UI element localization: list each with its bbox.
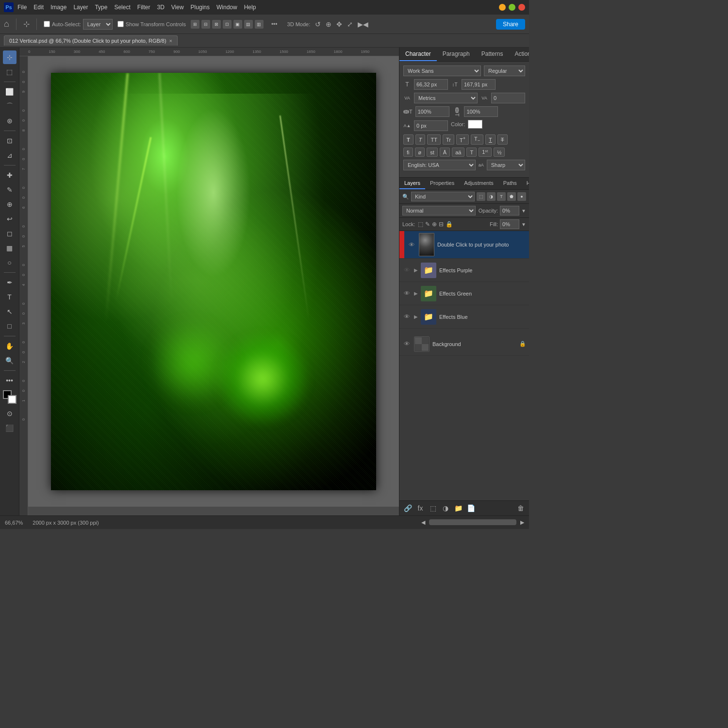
layer-mask-icon[interactable]: ⬚ [428,503,438,513]
layer-item-photo[interactable]: 👁 Double Click to put your photo [399,231,529,259]
type-super-btn[interactable]: T+ [456,134,469,145]
layer-vis-blue[interactable]: 👁 [402,313,411,321]
ordinal-btn[interactable]: 1ˢᵗ [479,148,492,157]
tab-character[interactable]: Character [399,48,437,61]
shape-tool[interactable]: □ [3,319,17,333]
lock-image-icon[interactable]: ✎ [425,221,430,228]
menu-type[interactable]: Type [95,4,107,11]
align-right-icon[interactable]: ⊠ [212,20,221,29]
layer-style-icon[interactable]: fx [415,503,426,513]
font-style-select[interactable]: Regular [484,66,525,76]
close-button[interactable] [518,4,525,11]
lock-position-icon[interactable]: ⊕ [432,221,437,228]
lock-transparent-icon[interactable]: ⬚ [418,221,423,228]
layer-vis-green[interactable]: 👁 [402,289,411,298]
text-color-swatch[interactable] [468,120,482,129]
quick-mask-tool[interactable]: ⊙ [3,407,17,420]
type-bold-btn[interactable]: T [403,134,414,145]
gradient-tool[interactable]: ▦ [3,241,17,255]
menu-select[interactable]: Select [114,4,130,11]
lasso-tool[interactable]: ⌒ [3,99,17,113]
menu-help[interactable]: Help [244,4,256,11]
eraser-tool[interactable]: ◻ [3,227,17,240]
tab-adjustments[interactable]: Adjustments [459,178,498,189]
opacity-input[interactable] [500,206,519,215]
tab-paragraph[interactable]: Paragraph [437,48,476,61]
scroll-left-icon[interactable]: ◀ [421,519,425,526]
align-left-icon[interactable]: ⊞ [191,20,199,29]
layer-item-effects-purple[interactable]: 👁 ▶ 📁 Effects Purple [399,259,529,282]
fill-input[interactable] [500,219,519,229]
layer-vis-photo[interactable]: 👁 [407,240,416,249]
layer-expand-purple[interactable]: ▶ [414,267,418,273]
crop-tool[interactable]: ⊡ [3,134,17,148]
font-size-input[interactable] [414,79,448,90]
tab-actions[interactable]: Actions [509,48,529,61]
more-options-icon[interactable]: ••• [271,21,278,28]
tab-history[interactable]: History [522,178,529,189]
menu-filter[interactable]: Filter [137,4,150,11]
layer-vis-bg[interactable]: 👁 [402,340,411,348]
align-top-icon[interactable]: ⊡ [223,20,232,29]
autoselect-select[interactable]: Layer Group [83,19,113,30]
artboard-tool[interactable]: ⬚ [3,65,17,79]
menu-3d[interactable]: 3D [157,4,164,11]
brush-tool[interactable]: ✎ [3,183,17,197]
antialias-select[interactable]: Sharp [487,160,525,170]
distribute-icon[interactable]: ▥ [255,20,264,29]
link-layers-icon[interactable]: 🔗 [402,503,413,513]
lock-all-icon[interactable]: 🔒 [446,221,453,228]
hscale-input[interactable] [464,106,498,117]
hand-tool[interactable]: ✋ [3,339,17,353]
opacity-arrow[interactable]: ▼ [521,208,526,214]
zoom-tool[interactable]: 🔍 [3,354,17,367]
move-tool[interactable]: ⊹ [3,50,17,64]
blend-mode-select[interactable]: Normal [402,206,476,215]
background-color[interactable] [8,395,17,404]
font-family-select[interactable]: Work Sans [403,66,481,76]
layer-item-background[interactable]: 👁 Background 🔒 [399,332,529,356]
layer-item-effects-blue[interactable]: 👁 ▶ 📁 Effects Blue [399,305,529,329]
menu-image[interactable]: Image [50,4,66,11]
align-bottom-icon[interactable]: ▤ [244,20,253,29]
share-button[interactable]: Share [496,19,525,30]
oldstyle-btn[interactable]: aä [452,148,464,157]
threedmode-icon4[interactable]: ⤢ [347,20,353,28]
more-tools[interactable]: ••• [3,374,17,387]
layer-expand-green[interactable]: ▶ [414,291,418,296]
filter-pixel-icon[interactable]: ⬚ [477,192,485,201]
baseline-input[interactable] [414,120,448,131]
delete-layer-icon[interactable]: 🗑 [515,503,526,513]
threedmode-icon2[interactable]: ⊕ [326,20,331,28]
ligature-fi-btn[interactable]: fi [403,148,413,157]
dodge-tool[interactable]: ○ [3,256,17,269]
tracking-input[interactable] [491,93,525,103]
new-group-icon[interactable]: 📁 [453,503,463,513]
type-sub-btn[interactable]: T− [471,134,483,145]
menu-file[interactable]: File [17,4,27,11]
filter-type-icon[interactable]: T [497,192,506,201]
screen-mode-tool[interactable]: ⬛ [3,421,17,435]
autoselect-checkbox[interactable] [44,21,50,27]
menu-view[interactable]: View [171,4,184,11]
filter-shape-icon[interactable]: ⬟ [507,192,516,201]
eyedropper-tool[interactable]: ⊿ [3,149,17,162]
stamp-tool[interactable]: ⊕ [3,198,17,211]
scroll-right-icon[interactable]: ▶ [520,519,524,526]
tab-layers[interactable]: Layers [399,178,425,189]
filter-smart-icon[interactable]: ● [517,192,526,201]
new-layer-icon[interactable]: 📄 [465,503,476,513]
canvas-content[interactable] [28,56,399,507]
align-middle-icon[interactable]: ▣ [233,20,242,29]
layer-expand-blue[interactable]: ▶ [414,314,418,319]
ligature-st-btn[interactable]: st [427,148,438,157]
menu-plugins[interactable]: Plugins [191,4,210,11]
type-allcaps-btn[interactable]: TT [427,134,440,145]
discretionary-btn[interactable]: Ā [440,148,450,157]
type-strikethrough-btn[interactable]: T [497,134,508,145]
filter-adjustment-icon[interactable]: ◑ [487,192,496,201]
minimize-button[interactable] [499,4,506,11]
fraction-T-btn[interactable]: T [466,148,477,157]
menu-layer[interactable]: Layer [73,4,88,11]
quick-select-tool[interactable]: ⊛ [3,114,17,128]
